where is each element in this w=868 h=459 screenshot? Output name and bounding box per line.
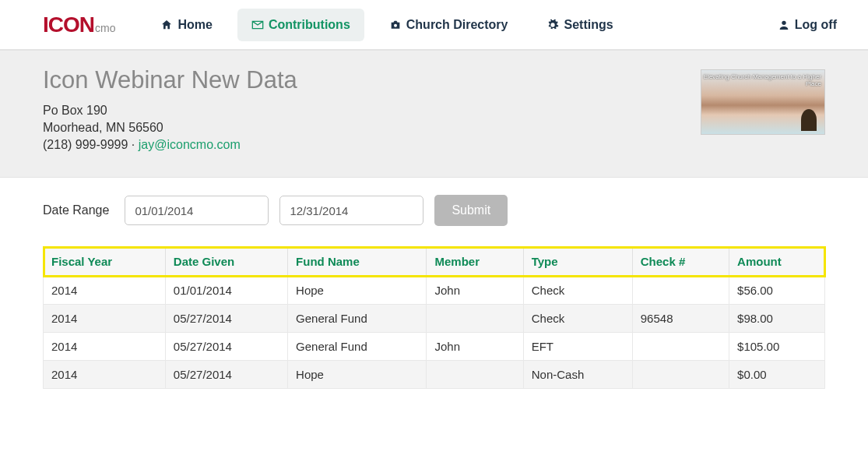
col-fiscal-year[interactable]: Fiscal Year (44, 247, 166, 277)
date-end-input[interactable] (279, 196, 423, 225)
date-start-input[interactable] (125, 196, 269, 225)
cell-check-no (632, 333, 729, 361)
cell-date-given: 05/27/2014 (165, 361, 287, 389)
org-separator: · (128, 138, 138, 151)
home-icon (160, 19, 173, 31)
cell-date-given: 05/27/2014 (165, 333, 287, 361)
envelope-icon (251, 19, 264, 31)
svg-point-1 (782, 20, 785, 24)
page-title: Icon Webinar New Data (43, 66, 297, 94)
content: Date Range Submit Fiscal Year Date Given… (0, 178, 868, 412)
user-icon (778, 19, 790, 31)
org-info: Icon Webinar New Data Po Box 190 Moorhea… (43, 66, 297, 155)
logoff-button[interactable]: Log off (778, 18, 837, 32)
org-email-link[interactable]: jay@iconcmo.com (139, 138, 241, 151)
col-amount[interactable]: Amount (729, 247, 825, 277)
org-header: Icon Webinar New Data Po Box 190 Moorhea… (0, 50, 868, 178)
cell-fiscal-year: 2014 (44, 305, 166, 333)
cell-fiscal-year: 2014 (44, 361, 166, 389)
table-row[interactable]: 201405/27/2014HopeNon-Cash$0.00 (44, 361, 825, 389)
cell-amount: $0.00 (729, 361, 825, 389)
nav-home-label: Home (177, 18, 212, 32)
cell-type: Check (523, 277, 632, 305)
svg-point-0 (394, 23, 397, 26)
promo-banner: Elevating Church Management to a Higher … (701, 69, 825, 135)
col-fund-name[interactable]: Fund Name (288, 247, 427, 277)
logo-sub: cmo (95, 22, 115, 34)
camera-icon (389, 19, 402, 31)
cell-member: John (427, 277, 523, 305)
nav-home[interactable]: Home (146, 9, 226, 41)
cell-fund-name: General Fund (288, 305, 427, 333)
logoff-label: Log off (795, 18, 837, 32)
cell-member (427, 305, 523, 333)
table-row[interactable]: 201401/01/2014HopeJohnCheck$56.00 (44, 277, 825, 305)
gear-icon (546, 19, 559, 31)
col-check-no[interactable]: Check # (632, 247, 729, 277)
cell-member (427, 361, 523, 389)
table-row[interactable]: 201405/27/2014General FundCheck96548$98.… (44, 305, 825, 333)
col-member[interactable]: Member (427, 247, 523, 277)
nav-directory-label: Church Directory (406, 18, 508, 32)
nav-contributions-label: Contributions (269, 18, 350, 32)
cell-type: Non-Cash (523, 361, 632, 389)
table-header: Fiscal Year Date Given Fund Name Member … (44, 247, 825, 277)
cell-fiscal-year: 2014 (44, 277, 166, 305)
logo[interactable]: ICON cmo (43, 12, 115, 37)
nav-contributions[interactable]: Contributions (237, 9, 364, 41)
col-type[interactable]: Type (523, 247, 632, 277)
org-phone: (218) 999-9999 (43, 138, 128, 151)
cell-type: Check (523, 305, 632, 333)
submit-button[interactable]: Submit (434, 195, 508, 226)
banner-figure (801, 109, 817, 131)
table-row[interactable]: 201405/27/2014General FundJohnEFT$105.00 (44, 333, 825, 361)
table-body: 201401/01/2014HopeJohnCheck$56.00201405/… (44, 277, 825, 389)
logo-main: ICON (43, 12, 94, 37)
org-address2: Moorhead, MN 56560 (43, 121, 297, 135)
nav-settings-label: Settings (564, 18, 613, 32)
nav-settings[interactable]: Settings (532, 9, 627, 41)
cell-member: John (427, 333, 523, 361)
cell-check-no: 96548 (632, 305, 729, 333)
org-address1: Po Box 190 (43, 104, 297, 118)
cell-amount: $98.00 (729, 305, 825, 333)
nav: Home Contributions Church Directory Sett… (146, 9, 627, 41)
col-date-given[interactable]: Date Given (165, 247, 287, 277)
cell-amount: $105.00 (729, 333, 825, 361)
cell-check-no (632, 361, 729, 389)
date-range-label: Date Range (43, 203, 109, 217)
cell-check-no (632, 277, 729, 305)
filter-row: Date Range Submit (43, 195, 825, 226)
cell-date-given: 05/27/2014 (165, 305, 287, 333)
cell-fiscal-year: 2014 (44, 333, 166, 361)
cell-amount: $56.00 (729, 277, 825, 305)
cell-fund-name: Hope (288, 361, 427, 389)
org-contact: (218) 999-9999 · jay@iconcmo.com (43, 138, 297, 152)
banner-tagline: Elevating Church Management to a Higher … (701, 73, 821, 87)
contributions-table: Fiscal Year Date Given Fund Name Member … (43, 246, 825, 389)
nav-directory[interactable]: Church Directory (375, 9, 522, 41)
cell-type: EFT (523, 333, 632, 361)
cell-date-given: 01/01/2014 (165, 277, 287, 305)
topbar: ICON cmo Home Contributions Church Direc… (0, 0, 868, 50)
cell-fund-name: General Fund (288, 333, 427, 361)
cell-fund-name: Hope (288, 277, 427, 305)
